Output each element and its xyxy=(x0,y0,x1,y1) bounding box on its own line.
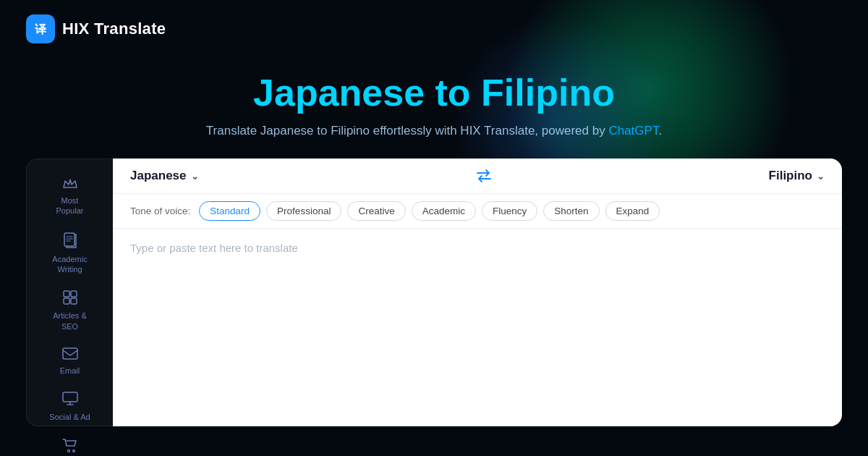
tone-button-creative[interactable]: Creative xyxy=(347,201,405,221)
sidebar-item-email[interactable]: Email xyxy=(27,340,113,383)
hero-subtitle: Translate Japanese to Filipino effortles… xyxy=(14,124,854,138)
hero-subtitle-pre: Translate Japanese to Filipino effortles… xyxy=(206,124,609,138)
sidebar-label-most-popular: MostPopular xyxy=(56,195,84,216)
envelope-icon xyxy=(62,347,78,362)
hero-subtitle-highlight: ChatGPT xyxy=(608,124,658,138)
svg-rect-8 xyxy=(63,392,77,402)
sidebar-label-social-ad: Social & Ad xyxy=(49,412,90,422)
svg-rect-4 xyxy=(71,291,77,297)
main-area: MostPopular AcademicWriting xyxy=(0,159,868,426)
target-lang-selector[interactable]: Filipino ⌄ xyxy=(769,169,825,183)
svg-rect-7 xyxy=(63,348,77,359)
translator-card: Japanese ⌄ Filipino ⌄ Tone of voice: Sta… xyxy=(113,159,842,426)
target-lang-chevron: ⌄ xyxy=(817,171,825,182)
sidebar-label-academic-writing: AcademicWriting xyxy=(52,254,87,275)
tone-button-standard[interactable]: Standard xyxy=(199,201,260,221)
svg-rect-5 xyxy=(64,298,69,304)
tone-button-professional[interactable]: Professional xyxy=(266,201,341,221)
sidebar-item-social-ad[interactable]: Social & Ad xyxy=(27,384,113,429)
swap-languages-button[interactable] xyxy=(476,169,492,182)
svg-rect-3 xyxy=(64,291,69,297)
tone-button-expand[interactable]: Expand xyxy=(605,201,660,221)
sidebar-item-ecommerce[interactable]: E-commerce xyxy=(27,431,113,456)
tone-button-shorten[interactable]: Shorten xyxy=(543,201,599,221)
svg-point-10 xyxy=(72,449,75,452)
cart-icon xyxy=(62,439,78,455)
tone-row: Tone of voice: Standard Professional Cre… xyxy=(113,194,842,229)
tone-label: Tone of voice: xyxy=(130,206,190,216)
svg-rect-2 xyxy=(64,233,75,246)
monitor-icon xyxy=(62,392,78,408)
tone-button-academic[interactable]: Academic xyxy=(412,201,476,221)
translator-body[interactable]: Type or paste text here to translate xyxy=(113,229,842,426)
target-lang-label: Filipino xyxy=(769,169,812,183)
book-icon xyxy=(63,232,77,250)
source-lang-selector[interactable]: Japanese ⌄ xyxy=(130,169,199,183)
sidebar-item-most-popular[interactable]: MostPopular xyxy=(27,169,113,224)
sidebar-item-academic-writing[interactable]: AcademicWriting xyxy=(27,225,113,282)
hero-section: Japanese to Filipino Translate Japanese … xyxy=(0,58,868,159)
translator-header: Japanese ⌄ Filipino ⌄ xyxy=(113,159,842,194)
svg-rect-6 xyxy=(71,298,77,304)
crown-icon xyxy=(62,177,78,192)
grid-icon xyxy=(63,290,77,307)
tone-button-fluency[interactable]: Fluency xyxy=(482,201,537,221)
hero-subtitle-post: . xyxy=(658,124,662,138)
logo-icon: 译 xyxy=(26,14,55,43)
header: 译 HIX Translate xyxy=(0,0,868,58)
source-lang-label: Japanese xyxy=(130,169,187,183)
hero-title: Japanese to Filipino xyxy=(14,72,854,114)
source-lang-chevron: ⌄ xyxy=(191,171,199,182)
sidebar-item-articles-seo[interactable]: Articles &SEO xyxy=(27,283,113,339)
lang-divider xyxy=(208,169,760,182)
svg-text:译: 译 xyxy=(35,23,47,35)
svg-point-9 xyxy=(67,449,69,452)
sidebar: MostPopular AcademicWriting xyxy=(26,159,113,426)
input-placeholder: Type or paste text here to translate xyxy=(130,242,298,254)
app-name: HIX Translate xyxy=(62,20,166,38)
sidebar-label-articles-seo: Articles &SEO xyxy=(53,311,86,332)
sidebar-label-email: Email xyxy=(60,366,80,376)
